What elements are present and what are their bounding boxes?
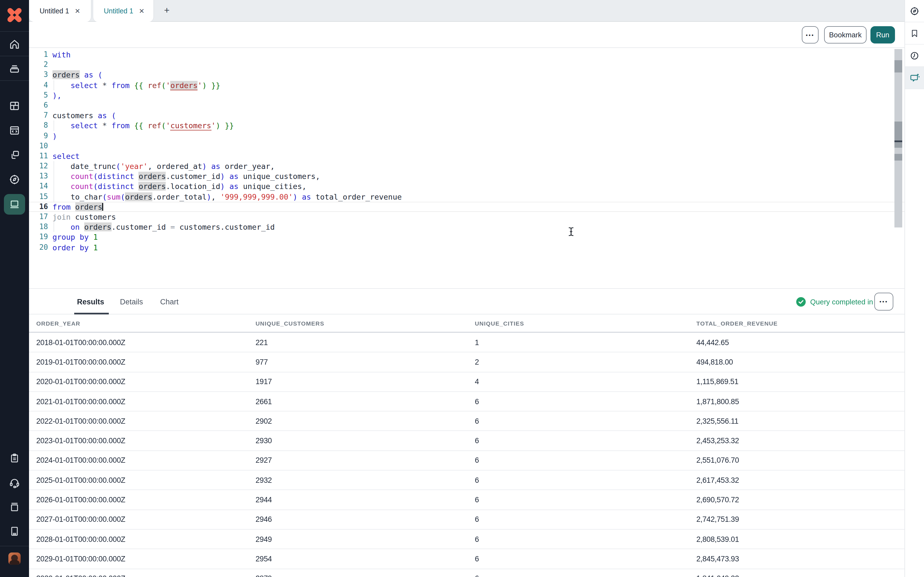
table-row[interactable]: 2019-01-01T00:00:00.000Z9772494,818.00 (29, 353, 905, 372)
docs-book-icon[interactable] (9, 501, 20, 513)
query-status: Query completed in 4s (796, 289, 883, 314)
column-header[interactable]: TOTAL_ORDER_REVENUE (696, 320, 905, 326)
tab-untitled-2[interactable]: Untitled 1 ✕ (93, 0, 154, 22)
sql-editor[interactable]: 1with23orders as (4 select * from {{ ref… (29, 48, 905, 288)
code-line-5[interactable]: 5), (29, 90, 905, 100)
line-number: 18 (29, 222, 48, 232)
line-number: 2 (29, 60, 48, 70)
code-line-7[interactable]: 7customers as ( (29, 110, 905, 121)
bookmarks-icon[interactable] (905, 22, 924, 45)
close-icon[interactable]: ✕ (139, 8, 144, 14)
support-headset-icon[interactable] (9, 477, 20, 488)
code-line-18[interactable]: 18 on orders.customer_id = customers.cus… (29, 222, 905, 232)
user-avatar[interactable] (8, 553, 21, 565)
code-line-13[interactable]: 13 count(distinct orders.customer_id) as… (29, 171, 905, 182)
results-tab-chart[interactable]: Chart (160, 289, 179, 314)
table-row[interactable]: 2030-01-01T00:00:00.000Z287961,841,049.3… (29, 569, 905, 577)
line-number: 6 (29, 100, 48, 110)
table-row[interactable]: 2026-01-01T00:00:00.000Z294462,690,570.7… (29, 490, 905, 510)
code-line-20[interactable]: 20order by 1 (29, 242, 905, 252)
code-line-4[interactable]: 4 select * from {{ ref('orders') }} (29, 80, 905, 90)
code-line-19[interactable]: 19group by 1 (29, 232, 905, 242)
table-cell: 1,841,049.32 (696, 574, 905, 577)
results-more-button[interactable]: ••• (874, 293, 893, 311)
history-clock-icon[interactable] (905, 45, 924, 67)
table-row[interactable]: 2029-01-01T00:00:00.000Z295462,845,473.9… (29, 550, 905, 569)
code-line-17[interactable]: 17join customers (29, 212, 905, 222)
code-line-2[interactable]: 2 (29, 60, 905, 70)
table-cell: 6 (475, 496, 696, 504)
line-content: group by 1 (48, 233, 98, 242)
table-cell: 2954 (255, 555, 475, 563)
table-cell: 2,453,253.32 (696, 437, 905, 445)
column-header[interactable]: UNIQUE_CITIES (475, 320, 696, 326)
table-cell: 2027-01-01T00:00:00.000Z (36, 516, 255, 524)
column-header[interactable]: ORDER_YEAR (36, 320, 255, 326)
table-row[interactable]: 2027-01-01T00:00:00.000Z294662,742,751.3… (29, 510, 905, 530)
results-tab-details[interactable]: Details (120, 289, 143, 314)
table-row[interactable]: 2021-01-01T00:00:00.000Z266161,871,800.8… (29, 392, 905, 412)
line-number: 16 (29, 202, 48, 212)
results-tab-results[interactable]: Results (77, 289, 104, 314)
code-line-3[interactable]: 3orders as ( (29, 70, 905, 80)
code-line-1[interactable]: 1with (29, 50, 905, 60)
app-window: Untitled 1 ✕ Untitled 1 ✕ + ••• Bookmark… (0, 0, 924, 577)
close-icon[interactable]: ✕ (75, 8, 80, 14)
table-cell: 2 (475, 358, 696, 366)
results-header: ResultsDetailsChart Query completed in 4… (29, 289, 905, 314)
changelog-clipboard-icon[interactable] (9, 453, 20, 464)
new-tab-button[interactable]: + (160, 3, 174, 18)
column-header[interactable]: UNIQUE_CUSTOMERS (255, 320, 475, 326)
table-cell: 4 (475, 377, 696, 386)
table-row[interactable]: 2023-01-01T00:00:00.000Z293062,453,253.3… (29, 431, 905, 451)
more-options-button[interactable]: ••• (802, 26, 819, 44)
organization-building-icon[interactable] (9, 526, 20, 537)
sidebar-item-notebooks-active[interactable] (4, 194, 25, 214)
line-number: 5 (29, 90, 48, 100)
code-line-6[interactable]: 6 (29, 100, 905, 110)
table-row[interactable]: 2022-01-01T00:00:00.000Z290262,325,556.1… (29, 411, 905, 431)
explore-compass-icon[interactable] (9, 174, 20, 185)
table-row[interactable]: 2018-01-01T00:00:00.000Z221144,442.65 (29, 333, 905, 353)
table-cell: 6 (475, 535, 696, 543)
collections-icon[interactable] (9, 62, 20, 74)
code-line-12[interactable]: 12 date_trunc('year', ordered_at) as ord… (29, 161, 905, 171)
line-content (48, 60, 52, 69)
line-number: 1 (29, 50, 48, 60)
bookmark-button[interactable]: Bookmark (824, 26, 866, 44)
line-content: to_char(sum(orders.order_total), '999,99… (48, 192, 402, 201)
table-cell: 2024-01-01T00:00:00.000Z (36, 456, 255, 465)
table-cell: 2944 (255, 496, 475, 504)
run-button[interactable]: Run (871, 26, 895, 44)
code-line-14[interactable]: 14 count(distinct orders.location_id) as… (29, 182, 905, 192)
ai-assistant-chat-icon[interactable] (905, 67, 924, 89)
code-line-10[interactable]: 10 (29, 141, 905, 151)
editor-scrollbar[interactable] (895, 49, 902, 227)
code-line-16[interactable]: 16from orders (29, 202, 905, 212)
code-line-8[interactable]: 8 select * from {{ ref('customers') }} (29, 121, 905, 131)
tab-untitled-1[interactable]: Untitled 1 ✕ (29, 0, 92, 22)
code-line-11[interactable]: 11select (29, 151, 905, 161)
table-cell: 6 (475, 516, 696, 524)
table-row[interactable]: 2020-01-01T00:00:00.000Z191741,115,869.5… (29, 372, 905, 392)
explore-compass-icon[interactable] (905, 0, 924, 22)
table-cell: 2020-01-01T00:00:00.000Z (36, 377, 255, 386)
code-line-15[interactable]: 15 to_char(sum(orders.order_total), '999… (29, 192, 905, 201)
app-logo-icon[interactable] (6, 7, 23, 23)
line-content: orders as ( (48, 71, 102, 79)
home-icon[interactable] (9, 38, 20, 50)
code-line-9[interactable]: 9) (29, 131, 905, 141)
line-content: ) (48, 131, 57, 140)
table-row[interactable]: 2024-01-01T00:00:00.000Z292762,551,076.7… (29, 451, 905, 471)
line-number: 15 (29, 192, 48, 201)
table-row[interactable]: 2028-01-01T00:00:00.000Z294962,808,539.0… (29, 530, 905, 550)
table-cell: 2946 (255, 516, 475, 524)
dashboards-icon[interactable] (9, 100, 20, 112)
line-content: select * from {{ ref('orders') }} (48, 81, 220, 89)
line-content: count(distinct orders.customer_id) as un… (48, 172, 320, 181)
table-cell: 1,115,869.51 (696, 377, 905, 386)
query-status-text: Query completed in 4s (810, 297, 883, 306)
table-row[interactable]: 2025-01-01T00:00:00.000Z293262,617,453.3… (29, 471, 905, 490)
code-window-icon[interactable] (9, 125, 20, 136)
apps-icon[interactable] (9, 149, 20, 161)
